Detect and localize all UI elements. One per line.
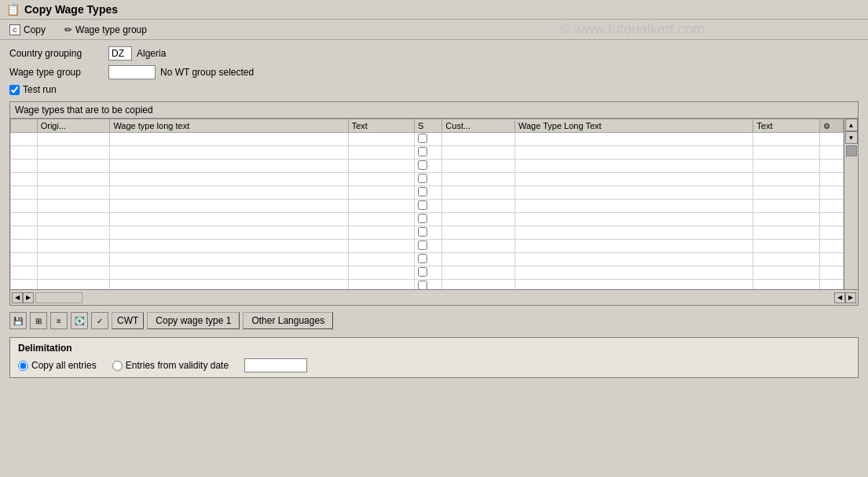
menu-wage-type-group-label: Wage type group <box>75 24 147 35</box>
col-header-cust[interactable]: Cust... <box>442 119 515 133</box>
delimitation-title: Delimitation <box>18 343 850 354</box>
vertical-scrollbar: ▲ ▼ <box>844 119 858 289</box>
country-name: Algeria <box>137 48 166 59</box>
entries-from-radio[interactable] <box>112 361 123 371</box>
table-row <box>11 266 844 280</box>
copy-wage-type-button[interactable]: Copy wage type 1 <box>147 312 240 329</box>
scroll-right-button3[interactable]: ▶ <box>845 292 856 303</box>
menu-copy-label: Copy <box>24 24 46 35</box>
table-title: Wage types that are to be copied <box>10 102 858 119</box>
menu-wage-type-group[interactable]: ✏ Wage type group <box>61 23 150 37</box>
table-row <box>11 133 844 146</box>
country-grouping-label: Country grouping <box>9 48 104 59</box>
col-header-cust-text[interactable]: Text <box>753 119 819 133</box>
list-button[interactable]: ≡ <box>50 312 68 329</box>
pencil-icon: ✏ <box>64 24 72 35</box>
list-icon: ≡ <box>57 317 61 325</box>
scroll-h-track[interactable] <box>35 292 82 303</box>
grid-button[interactable]: ⊞ <box>30 312 47 329</box>
no-wt-group-text: No WT group selected <box>160 67 254 78</box>
save-button[interactable]: 💾 <box>9 312 27 329</box>
scroll-up-button[interactable]: ▲ <box>845 119 858 131</box>
col-header-long-text[interactable]: Wage type long text <box>110 119 348 133</box>
table-container: Origi... Wage type long text Text S Cust… <box>10 119 858 289</box>
title-bar: 📋 Copy Wage Types <box>0 0 868 20</box>
delimitation-section: Delimitation Copy all entries Entries fr… <box>9 337 859 378</box>
table-row <box>11 200 844 213</box>
test-run-row: Test run <box>9 84 859 95</box>
menu-copy[interactable]: C Copy <box>6 23 49 37</box>
content-area: Country grouping Algeria Wage type group… <box>0 40 868 477</box>
check-button[interactable]: ✓ <box>91 312 108 329</box>
grid-icon: ⊞ <box>35 317 42 325</box>
table-inner: Origi... Wage type long text Text S Cust… <box>10 119 844 289</box>
validity-date-input[interactable] <box>244 358 307 372</box>
table-row <box>11 253 844 266</box>
table-row <box>11 186 844 200</box>
window-title: Copy Wage Types <box>24 3 118 16</box>
table-row <box>11 226 844 240</box>
copy-all-radio[interactable] <box>18 361 28 371</box>
scroll-right-button[interactable]: ▶ <box>23 292 34 303</box>
disk-button[interactable]: 💽 <box>71 312 88 329</box>
save-icon: 💾 <box>13 317 23 325</box>
country-grouping-row: Country grouping Algeria <box>9 46 859 61</box>
col-header-s[interactable]: S <box>414 119 441 133</box>
copy-all-radio-group: Copy all entries <box>18 360 97 371</box>
table-row <box>11 146 844 160</box>
action-toolbar: 💾 ⊞ ≡ 💽 ✓ CWT Copy wage type 1 Other Lan… <box>9 309 859 332</box>
copy-all-label: Copy all entries <box>31 360 97 371</box>
table-row <box>11 240 844 253</box>
wage-types-table: Origi... Wage type long text Text S Cust… <box>10 119 844 289</box>
main-window: 📋 Copy Wage Types C Copy ✏ Wage type gro… <box>0 0 868 477</box>
scroll-thumb[interactable] <box>846 145 857 156</box>
scroll-left-button[interactable]: ◀ <box>12 292 23 303</box>
col-header-text[interactable]: Text <box>348 119 414 133</box>
col-header-settings[interactable]: ⚙ <box>819 119 843 133</box>
watermark: © www.tutorialkart.com <box>560 21 705 38</box>
entries-from-label: Entries from validity date <box>126 360 229 371</box>
wage-type-group-row: Wage type group No WT group selected <box>9 65 859 79</box>
delimitation-options-row: Copy all entries Entries from validity d… <box>18 358 850 372</box>
title-icon: 📋 <box>6 3 20 16</box>
col-header-orig[interactable]: Origi... <box>37 119 110 133</box>
table-row <box>11 160 844 173</box>
other-languages-button[interactable]: Other Languages <box>243 312 333 329</box>
table-row <box>11 213 844 226</box>
test-run-label: Test run <box>23 84 57 95</box>
test-run-checkbox[interactable] <box>9 85 20 95</box>
wage-type-group-label: Wage type group <box>9 67 104 78</box>
scroll-right-button2[interactable]: ◀ <box>834 292 845 303</box>
cwt-button[interactable]: CWT <box>112 312 144 329</box>
table-footer: ◀ ▶ ◀ ▶ <box>10 289 858 305</box>
col-header-cust-long[interactable]: Wage Type Long Text <box>515 119 753 133</box>
menu-bar: C Copy ✏ Wage type group © www.tutorialk… <box>0 20 868 40</box>
disk-icon: 💽 <box>75 317 84 325</box>
wage-types-table-section: Wage types that are to be copied Origi..… <box>9 101 859 306</box>
col-header-rownum <box>11 119 38 133</box>
entries-from-radio-group: Entries from validity date <box>112 360 229 371</box>
scroll-down-button[interactable]: ▼ <box>845 131 858 144</box>
country-grouping-input[interactable] <box>108 46 132 61</box>
check-icon: ✓ <box>97 317 103 325</box>
wage-type-group-input[interactable] <box>108 65 156 79</box>
table-row <box>11 280 844 290</box>
copy-menu-icon: C <box>9 24 20 35</box>
table-row <box>11 173 844 186</box>
